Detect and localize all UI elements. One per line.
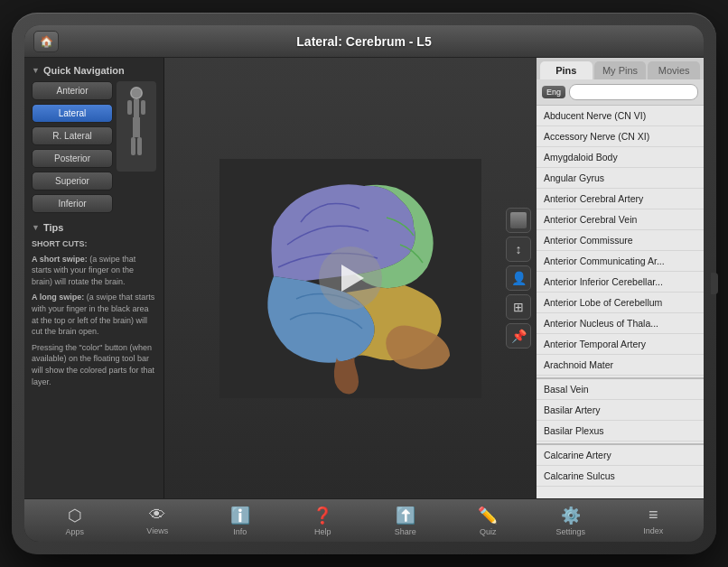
color-tool-icon <box>510 212 527 228</box>
triangle-icon: ▼ <box>32 66 40 75</box>
toolbar-info[interactable]: ℹ️ Info <box>218 506 263 536</box>
views-label: Views <box>146 526 168 535</box>
toolbar-views[interactable]: 👁 Views <box>135 506 180 535</box>
toolbar-share[interactable]: ⬆️ Share <box>383 506 428 536</box>
apps-label: Apps <box>65 527 84 536</box>
info-icon: ℹ️ <box>230 506 250 525</box>
svg-rect-3 <box>141 100 145 115</box>
bottom-toolbar: ⬡ Apps 👁 Views ℹ️ Info ❓ Help ⬆️ Share ✏… <box>24 498 704 542</box>
viewer-tools: ↕ 👤 ⊞ 📌 <box>506 208 531 349</box>
tip2: A long swipe: (a swipe that starts with … <box>32 292 156 337</box>
quiz-label: Quiz <box>480 527 497 536</box>
svg-point-0 <box>130 87 143 99</box>
search-input[interactable] <box>569 84 698 100</box>
toolbar-quiz[interactable]: ✏️ Quiz <box>465 506 510 536</box>
quiz-icon: ✏️ <box>478 506 498 525</box>
nav-btn-anterior[interactable]: Anterior <box>32 81 113 100</box>
anatomy-list-item[interactable]: Accessory Nerve (CN XI) <box>537 126 704 147</box>
left-sidebar: ▼ Quick Navigation Anterior Lateral R. L… <box>24 58 164 498</box>
anatomy-list-item[interactable]: Anterior Commissure <box>537 230 704 251</box>
person-icon: 👤 <box>511 271 527 285</box>
ipad-screen: 🏠 Lateral: Cerebrum - L5 ▼ Quick Navigat… <box>24 25 704 542</box>
lang-button[interactable]: Eng <box>542 86 565 98</box>
share-icon: ⬆️ <box>396 506 415 525</box>
rotate-tool[interactable]: ↕ <box>506 237 531 262</box>
settings-icon: ⚙️ <box>561 506 581 525</box>
anatomy-list-item[interactable]: Abducent Nerve (CN VI) <box>537 106 704 126</box>
shortcuts-title: SHORT CUTS: <box>32 238 156 250</box>
nav-btn-superior[interactable]: Superior <box>32 172 113 191</box>
help-label: Help <box>314 527 331 536</box>
anatomy-list-item[interactable]: Anterior Cerebral Vein <box>537 209 704 230</box>
index-icon: ≡ <box>649 506 658 525</box>
person-tool[interactable]: 👤 <box>506 265 531 291</box>
nav-btn-posterior[interactable]: Posterior <box>32 149 113 168</box>
apps-icon: ⬡ <box>68 506 82 525</box>
right-panel: Pins My Pins Movies Eng Abducent Nerve (… <box>537 58 704 498</box>
anatomy-list: Abducent Nerve (CN VI)Accessory Nerve (C… <box>537 106 704 498</box>
tips-section: ▼ Tips SHORT CUTS: A short swipe: (a swi… <box>32 222 156 491</box>
tips-triangle-icon: ▼ <box>32 223 40 232</box>
rotate-icon: ↕ <box>516 242 522 256</box>
anatomy-list-item[interactable]: Angular Gyrus <box>537 168 704 189</box>
nav-area: Anterior Lateral R. Lateral Posterior Su… <box>32 81 156 213</box>
title-bar: 🏠 Lateral: Cerebrum - L5 <box>24 25 704 58</box>
views-icon: 👁 <box>149 506 165 525</box>
index-label: Index <box>643 526 663 535</box>
tab-movies[interactable]: Movies <box>648 61 700 79</box>
svg-rect-2 <box>127 100 132 115</box>
tab-mypins[interactable]: My Pins <box>594 61 647 79</box>
pin-icon: 📌 <box>511 329 527 343</box>
toolbar-settings[interactable]: ⚙️ Settings <box>548 506 593 536</box>
svg-rect-5 <box>131 137 135 155</box>
play-button[interactable] <box>319 246 382 310</box>
help-icon: ❓ <box>313 506 332 525</box>
tips-content: SHORT CUTS: A short swipe: (a swipe that… <box>32 238 156 387</box>
anatomy-list-item[interactable]: Basal Vein <box>537 377 704 400</box>
anatomy-list-item[interactable]: Anterior Inferior Cerebellar... <box>537 272 704 293</box>
info-label: Info <box>233 527 247 536</box>
anatomy-list-item[interactable]: Basilar Artery <box>537 400 704 421</box>
anatomy-list-item[interactable]: Calcarine Sulcus <box>537 466 704 487</box>
svg-rect-1 <box>134 99 139 117</box>
pin-tool[interactable]: 📌 <box>506 323 531 349</box>
tab-bar: Pins My Pins Movies <box>537 58 704 79</box>
ipad-home-button <box>711 273 718 294</box>
anatomy-list-item[interactable]: Arachnoid Mater <box>537 355 704 376</box>
anatomy-list-item[interactable]: Anterior Nucleus of Thala... <box>537 313 704 334</box>
share-label: Share <box>395 527 416 536</box>
anatomy-list-item[interactable]: Calcarine Artery <box>537 443 704 466</box>
ipad-frame: 🏠 Lateral: Cerebrum - L5 ▼ Quick Navigat… <box>12 13 716 554</box>
anatomy-list-item[interactable]: Basilar Plexus <box>537 421 704 442</box>
skeleton-thumbnail <box>117 81 156 172</box>
anatomy-list-item[interactable]: Anterior Temporal Artery <box>537 334 704 355</box>
anatomy-list-item[interactable]: Amygdaloid Body <box>537 147 704 168</box>
play-icon <box>341 265 364 292</box>
layers-tool[interactable]: ⊞ <box>506 294 531 320</box>
page-title: Lateral: Cerebrum - L5 <box>296 34 431 49</box>
nav-btn-rlateral[interactable]: R. Lateral <box>32 126 113 145</box>
zoom-tool[interactable] <box>506 208 531 233</box>
main-content: ▼ Quick Navigation Anterior Lateral R. L… <box>24 58 704 498</box>
nav-buttons: Anterior Lateral R. Lateral Posterior Su… <box>32 81 113 213</box>
anatomy-list-item[interactable]: Anterior Cerebral Artery <box>537 189 704 209</box>
home-icon: 🏠 <box>40 35 53 48</box>
layers-icon: ⊞ <box>513 300 524 314</box>
toolbar-help[interactable]: ❓ Help <box>300 506 345 536</box>
tip1: A short swipe: (a swipe that starts with… <box>32 254 156 288</box>
svg-rect-4 <box>133 117 140 137</box>
anatomy-list-item[interactable]: Anterior Communicating Ar... <box>537 251 704 272</box>
brain-viewer: ↕ 👤 ⊞ 📌 <box>164 58 537 498</box>
home-button[interactable]: 🏠 <box>33 31 59 52</box>
quick-nav-header: ▼ Quick Navigation <box>32 65 156 76</box>
nav-btn-lateral[interactable]: Lateral <box>32 104 113 123</box>
toolbar-apps[interactable]: ⬡ Apps <box>52 506 98 536</box>
anatomy-list-item[interactable]: Anterior Lobe of Cerebellum <box>537 293 704 313</box>
svg-rect-6 <box>137 137 142 155</box>
toolbar-index[interactable]: ≡ Index <box>630 506 676 535</box>
tab-pins[interactable]: Pins <box>540 61 593 79</box>
nav-btn-inferior[interactable]: Inferior <box>32 194 113 213</box>
skeleton-svg <box>120 86 153 167</box>
settings-label: Settings <box>555 527 585 536</box>
search-bar: Eng <box>537 79 704 106</box>
